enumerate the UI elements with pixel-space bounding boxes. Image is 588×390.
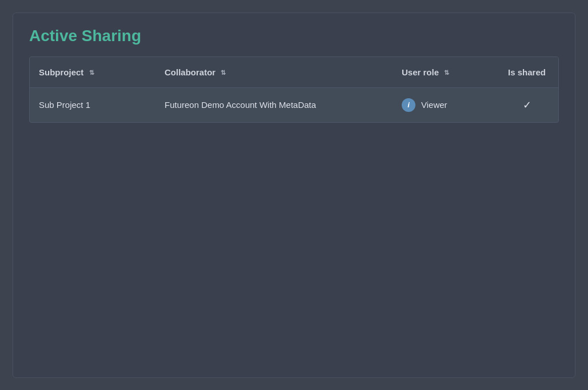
userrole-label: Viewer [421, 100, 447, 110]
column-label-subproject: Subproject [39, 67, 83, 77]
cell-isshared: ✓ [495, 87, 558, 122]
active-sharing-panel: Active Sharing Subproject ⇅ Collaborator… [13, 13, 575, 378]
column-header-userrole[interactable]: User role ⇅ [393, 57, 495, 88]
column-header-collaborator[interactable]: Collaborator ⇅ [155, 57, 393, 88]
sharing-table: Subproject ⇅ Collaborator ⇅ User role ⇅ … [30, 57, 558, 122]
cell-collaborator: Futureon Demo Account With MetaData [155, 87, 393, 122]
sharing-table-container: Subproject ⇅ Collaborator ⇅ User role ⇅ … [29, 57, 559, 123]
column-header-isshared: Is shared [495, 57, 558, 88]
sort-icon-userrole: ⇅ [444, 69, 449, 77]
sort-icon-collaborator: ⇅ [221, 69, 226, 77]
info-icon[interactable]: i [402, 98, 415, 112]
table-row: Sub Project 1 Futureon Demo Account With… [30, 87, 558, 122]
column-header-subproject[interactable]: Subproject ⇅ [30, 57, 155, 88]
cell-userrole: i Viewer [393, 87, 495, 122]
column-label-userrole: User role [402, 67, 439, 77]
column-label-isshared: Is shared [508, 67, 546, 77]
page-title: Active Sharing [29, 27, 559, 45]
sort-icon-subproject: ⇅ [89, 69, 94, 77]
column-label-collaborator: Collaborator [165, 67, 215, 77]
cell-subproject: Sub Project 1 [30, 87, 155, 122]
table-header-row: Subproject ⇅ Collaborator ⇅ User role ⇅ … [30, 57, 558, 88]
userrole-content: i Viewer [402, 98, 486, 112]
